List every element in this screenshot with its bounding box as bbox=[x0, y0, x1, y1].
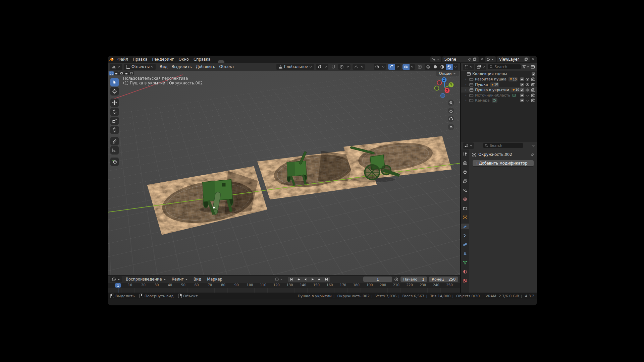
outliner-editor-type-button[interactable] bbox=[463, 64, 474, 70]
add-modifier-button[interactable]: + Добавить модификатор bbox=[473, 160, 534, 166]
tab-scene[interactable] bbox=[461, 187, 469, 193]
properties-options-button[interactable] bbox=[532, 144, 535, 147]
tab-output[interactable] bbox=[461, 169, 469, 175]
timeline-editor-type-button[interactable] bbox=[110, 276, 122, 282]
workspace-tab[interactable] bbox=[251, 60, 258, 63]
outliner-item-name[interactable]: Источник-область bbox=[475, 93, 510, 98]
hide-eye-icon[interactable] bbox=[525, 77, 530, 81]
disclosure-arrow-icon[interactable]: › bbox=[465, 88, 469, 92]
frame-start-field[interactable]: Начало1 bbox=[400, 277, 427, 282]
viewlayer-selector-icon[interactable] bbox=[485, 56, 496, 62]
collection-checkbox[interactable] bbox=[520, 83, 524, 86]
scene-name-field[interactable]: Scene bbox=[442, 56, 479, 62]
disable-render-icon[interactable] bbox=[531, 98, 535, 103]
pan-button[interactable] bbox=[448, 108, 454, 114]
editor-type-button[interactable] bbox=[110, 64, 122, 70]
properties-search-field[interactable]: Search bbox=[483, 143, 523, 148]
viewlayer-name-field[interactable]: ViewLayer bbox=[497, 56, 530, 62]
topbar-menu-item[interactable]: Окно bbox=[176, 56, 191, 62]
prev-keyframe-button[interactable] bbox=[295, 277, 302, 282]
outliner-row[interactable]: › Камера bbox=[461, 98, 537, 103]
proportional-editing[interactable] bbox=[338, 64, 351, 70]
disable-render-icon[interactable] bbox=[531, 82, 535, 87]
collection-checkbox[interactable] bbox=[520, 77, 524, 81]
tab-world[interactable] bbox=[461, 196, 469, 202]
outliner-filter-button[interactable] bbox=[522, 65, 529, 69]
scene-selector-icon[interactable] bbox=[430, 56, 441, 62]
snap-magnet-toggle[interactable] bbox=[330, 64, 336, 70]
workspace-tab[interactable] bbox=[278, 60, 285, 63]
outliner-row[interactable]: › Коллекция сцены bbox=[461, 71, 537, 77]
hide-eye-icon[interactable] bbox=[525, 82, 530, 87]
hidden-eye-icon[interactable] bbox=[525, 93, 530, 98]
next-keyframe-button[interactable] bbox=[316, 277, 323, 282]
new-collection-button[interactable] bbox=[531, 65, 535, 69]
timeline-menu-keying[interactable]: Кеинг bbox=[170, 276, 190, 282]
workspace-tab[interactable] bbox=[224, 60, 231, 63]
tool-rotate[interactable] bbox=[110, 108, 119, 116]
tab-view-layer[interactable] bbox=[461, 178, 469, 184]
workspace-tab[interactable] bbox=[218, 60, 224, 63]
tab-object[interactable] bbox=[461, 215, 469, 220]
viewport-menu-item[interactable]: Вид bbox=[158, 64, 169, 70]
ortho-toggle-button[interactable] bbox=[448, 124, 454, 130]
tab-texture[interactable] bbox=[461, 278, 469, 284]
viewport-menu-item[interactable]: Добавить bbox=[194, 64, 217, 70]
tool-add-cube[interactable] bbox=[110, 158, 119, 166]
tab-tool[interactable] bbox=[461, 151, 469, 157]
collection-checkbox[interactable] bbox=[532, 72, 535, 76]
properties-editor-type-button[interactable] bbox=[463, 142, 474, 149]
outliner-item-name[interactable]: Камера bbox=[475, 98, 489, 103]
disable-render-icon[interactable] bbox=[531, 88, 535, 92]
tool-measure[interactable] bbox=[110, 146, 119, 155]
outliner-row[interactable]: › Разбитая пушка 10 bbox=[461, 77, 537, 82]
workspace-tab[interactable] bbox=[285, 60, 291, 63]
select-mode-subtract-button[interactable] bbox=[119, 71, 124, 75]
outliner-item-name[interactable]: Пушка в укрытии bbox=[475, 88, 509, 92]
tool-move[interactable] bbox=[110, 99, 119, 107]
outliner-item-name[interactable]: Коллекция сцены bbox=[472, 72, 507, 76]
playhead-line[interactable] bbox=[118, 288, 118, 293]
tool-select-box[interactable] bbox=[110, 78, 119, 86]
select-mode-new-button[interactable] bbox=[109, 71, 114, 75]
current-frame-field[interactable]: 1 bbox=[363, 277, 392, 282]
workspace-tab[interactable] bbox=[231, 60, 238, 63]
tab-constraints[interactable] bbox=[461, 251, 469, 256]
frame-end-field[interactable]: Конец250 bbox=[429, 277, 458, 282]
workspace-tab[interactable] bbox=[265, 60, 271, 63]
tool-scale[interactable] bbox=[110, 117, 119, 125]
tab-collection[interactable] bbox=[461, 205, 469, 211]
select-mode-intersect-button[interactable] bbox=[129, 71, 134, 75]
collection-checkbox[interactable] bbox=[520, 88, 524, 92]
mode-selector[interactable]: Объекты bbox=[124, 64, 156, 70]
collection-checkbox[interactable] bbox=[520, 99, 524, 102]
disable-render-icon[interactable] bbox=[531, 93, 535, 98]
transform-orientation[interactable]: Глобальное bbox=[276, 64, 314, 70]
timeline-track[interactable] bbox=[108, 288, 460, 293]
3d-viewport[interactable]: Пользовательская перспектива (1) Пушка в… bbox=[108, 71, 460, 275]
tab-material[interactable] bbox=[461, 269, 469, 275]
current-frame-indicator[interactable]: 1 bbox=[115, 283, 121, 288]
topbar-menu-item[interactable]: Файл bbox=[115, 56, 130, 62]
play-button[interactable] bbox=[309, 277, 316, 282]
visibility-dropdown[interactable] bbox=[374, 64, 386, 70]
topbar-menu-item[interactable]: Правка bbox=[130, 56, 150, 62]
disclosure-arrow-icon[interactable]: › bbox=[465, 83, 469, 86]
snap-controls[interactable] bbox=[316, 64, 328, 70]
outliner-row[interactable]: › Источник-область bbox=[461, 93, 537, 98]
navigation-gizmo[interactable]: Z Y X bbox=[434, 77, 455, 98]
tool-transform[interactable] bbox=[110, 126, 119, 134]
collection-checkbox[interactable] bbox=[520, 94, 524, 97]
shading-modes[interactable] bbox=[425, 64, 458, 70]
disclosure-arrow-icon[interactable]: › bbox=[465, 78, 469, 81]
workspace-tab[interactable] bbox=[245, 60, 251, 63]
gizmos-toggle[interactable] bbox=[388, 64, 400, 70]
workspace-tab[interactable] bbox=[271, 60, 278, 63]
timeline-menu-marker[interactable]: Маркер bbox=[205, 276, 224, 282]
workspace-tab[interactable] bbox=[238, 60, 245, 63]
falloff-selector[interactable] bbox=[353, 64, 365, 70]
timeline-menu-playback[interactable]: Воспроизведение bbox=[124, 276, 168, 282]
hidden-eye-icon[interactable] bbox=[525, 98, 530, 103]
disable-render-icon[interactable] bbox=[531, 77, 535, 81]
breadcrumb-object-name[interactable]: Окружность.002 bbox=[478, 152, 512, 157]
